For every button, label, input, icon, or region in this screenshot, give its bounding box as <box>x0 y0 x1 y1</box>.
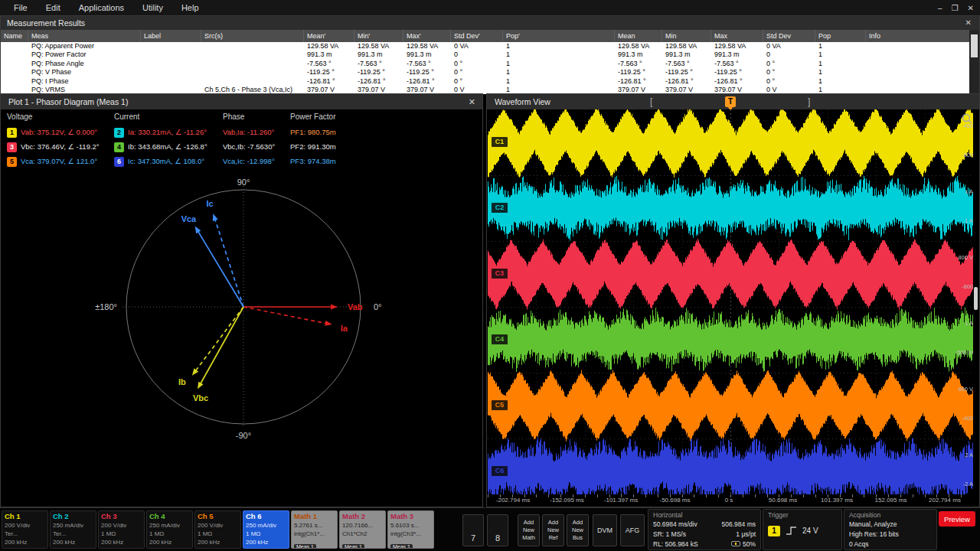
channel-badge-detail: 200 V/div <box>198 521 238 530</box>
waveform-channel-handle-c4[interactable]: C4 <box>491 334 508 345</box>
expansion-bracket-left[interactable]: [ <box>650 94 652 109</box>
trigger-position-marker[interactable]: T <box>725 96 736 107</box>
meas-cell <box>141 77 201 86</box>
channel-badge-detail: 1 MΩ <box>149 530 190 538</box>
meas-cell: 129.58 VA <box>662 42 711 51</box>
new-label: New <box>518 527 539 534</box>
meas-column-header[interactable]: Mean' <box>304 30 354 42</box>
channel-badge-ch-3[interactable]: Ch 3200 V/div1 MΩ200 kHz <box>98 510 145 549</box>
meas-cell <box>1 68 28 77</box>
close-icon[interactable]: ✕ <box>965 16 972 30</box>
sample-rate: SR: 1 MS/s <box>653 530 686 540</box>
menu-edit[interactable]: Edit <box>37 0 70 15</box>
meas-cell: 991.3 m <box>403 51 451 59</box>
preview-button[interactable]: Preview <box>939 511 975 527</box>
close-icon[interactable]: ✕ <box>968 4 974 12</box>
horizontal-position: 50% <box>731 540 756 549</box>
channel-badge-detail: 200 kHz <box>246 538 286 546</box>
scrollbar-thumb[interactable] <box>971 34 978 57</box>
waveform-scrollbar[interactable] <box>974 287 978 310</box>
measurement-row[interactable]: PQ: Phase Angle-7.563 °-7.563 °-7.563 °0… <box>1 60 970 68</box>
measurement-row[interactable]: PQ: V Phase-119.25 °-119.25 °-119.25 °0 … <box>1 68 970 77</box>
meas-column-header[interactable]: Std Dev <box>763 30 815 42</box>
add-new-ref-button[interactable]: Add New Ref <box>542 514 564 546</box>
measurement-row[interactable]: PQ: Power Factor991.3 m991.3 m991.3 m019… <box>1 51 970 59</box>
meas-column-header[interactable]: Pop' <box>503 30 615 42</box>
axis-label-90: 90° <box>237 178 250 187</box>
trigger-source-badge[interactable]: 1 <box>768 526 780 536</box>
phasor-arrowhead-vbc <box>198 382 204 390</box>
meas-cell <box>1 77 28 86</box>
meas-cell: 1 <box>503 68 615 77</box>
meas-column-header[interactable]: Std Dev' <box>451 30 503 42</box>
channel-badge-math-1[interactable]: Math 15.2761 s...intg(Ch1*...Meas 1 <box>291 510 338 549</box>
meas-column-header[interactable]: Label <box>141 30 201 42</box>
dvm-button[interactable]: DVM <box>593 514 617 546</box>
meas-column-header[interactable]: Mean <box>615 30 662 42</box>
close-icon[interactable]: ✕ <box>469 94 475 109</box>
minimize-icon[interactable]: – <box>938 4 942 12</box>
meas-cell: -7.563 ° <box>354 60 403 68</box>
channel-8-button[interactable]: 8 <box>487 514 508 546</box>
menu-utility[interactable]: Utility <box>133 0 172 15</box>
waveform-channel-handle-c6[interactable]: C6 <box>491 465 508 477</box>
meas-cell: -126.81 ° <box>615 77 662 86</box>
meas-tag: Meas 1 <box>294 544 316 549</box>
meas-column-header[interactable]: Max' <box>403 30 451 42</box>
meas-column-header[interactable]: Info <box>866 30 970 42</box>
waveform-canvas[interactable] <box>488 109 973 494</box>
add-new-bus-button[interactable]: Add New Bus <box>567 514 589 546</box>
zoom-icon[interactable] <box>962 113 972 124</box>
waveform-channel-handle-c1[interactable]: C1 <box>491 136 508 148</box>
meas-cell: 1 <box>503 42 615 51</box>
channel-badge-detail: 250 mA/div <box>149 521 190 530</box>
meas-column-header[interactable]: Max <box>711 30 763 42</box>
meas-cell: 991.3 m <box>354 51 403 59</box>
measurement-scrollbar[interactable] <box>969 30 979 94</box>
menu-help[interactable]: Help <box>172 0 208 15</box>
meas-column-header[interactable]: Min <box>662 30 711 42</box>
meas-cell: -126.81 ° <box>711 77 763 86</box>
meas-column-header[interactable]: Name <box>1 30 28 42</box>
time-label: 152.095 ms <box>875 497 907 504</box>
expansion-bracket-right[interactable]: ] <box>808 94 810 109</box>
channel-badge-ch-5[interactable]: Ch 5200 V/div1 MΩ200 kHz <box>194 510 241 549</box>
scale-label: -500 m <box>941 349 973 356</box>
waveform-channel-handle-c5[interactable]: C5 <box>491 399 508 411</box>
channel-badge-detail: 200 kHz <box>101 538 142 546</box>
meas-cell: -119.25 ° <box>711 68 763 77</box>
meas-cell <box>1 51 28 59</box>
trigger-panel[interactable]: Trigger 1 24 V <box>763 509 842 550</box>
meas-column-header[interactable]: Min' <box>354 30 403 42</box>
channel-badge-ch-4[interactable]: Ch 4250 mA/div1 MΩ200 kHz <box>146 510 193 549</box>
meas-cell: 1 <box>503 77 615 86</box>
channel-badge-math-3[interactable]: Math 35.6103 s...intg(Ch3*...Meas 1 <box>387 510 434 549</box>
acquisition-panel[interactable]: Acquisition Manual, Analyze High Res: 16… <box>844 509 937 550</box>
meas-cell: 0 ° <box>451 68 503 77</box>
menu-file[interactable]: File <box>5 0 37 15</box>
meas-column-header[interactable]: Meas <box>28 30 141 42</box>
channel-badge-detail: 120.7166... <box>342 521 383 530</box>
waveform-channel-handle-c3[interactable]: C3 <box>491 268 508 279</box>
phasor-arrowhead-vca <box>195 227 201 234</box>
add-new-math-button[interactable]: Add New Math <box>518 514 540 546</box>
measurement-row[interactable]: PQ: Apparent Power129.58 VA129.58 VA129.… <box>1 42 970 51</box>
afg-button[interactable]: AFG <box>620 514 645 546</box>
waveform-channel-handle-c2[interactable]: C2 <box>491 202 508 214</box>
channel-badge-ch-6[interactable]: Ch 6250 mA/div1 MΩ200 kHz <box>243 510 289 549</box>
time-axis: -202.794 ms-152.095 ms-101.397 ms-50.698… <box>488 497 973 507</box>
channel-badge-detail: 200 kHz <box>198 538 238 546</box>
axis-label-neg90: -90° <box>236 431 251 440</box>
meas-column-header[interactable]: Pop <box>815 30 866 42</box>
menu-applications[interactable]: Applications <box>70 0 133 15</box>
channel-badge-ch-1[interactable]: Ch 1200 V/divTer...200 kHz <box>2 510 48 549</box>
channel-badge-ch-2[interactable]: Ch 2250 mA/divTer...200 kHz <box>50 510 96 549</box>
maximize-icon[interactable]: ❐ <box>952 4 959 12</box>
meas-column-header[interactable]: Src(s) <box>201 30 304 42</box>
phasor-plot-title: Plot 1 - Phasor Diagram (Meas 1) <box>8 97 128 106</box>
channel-7-button[interactable]: 7 <box>462 514 484 546</box>
channel-badge-math-2[interactable]: Math 2120.7166...Ch1*Ch2Meas 1 <box>339 510 386 549</box>
measurement-row[interactable]: PQ: I Phase-126.81 °-126.81 °-126.81 °0 … <box>1 77 970 86</box>
horizontal-panel[interactable]: Horizontal 50.6984 ms/div 506.984 ms SR:… <box>648 509 761 550</box>
meas-cell: 1 <box>815 68 866 77</box>
